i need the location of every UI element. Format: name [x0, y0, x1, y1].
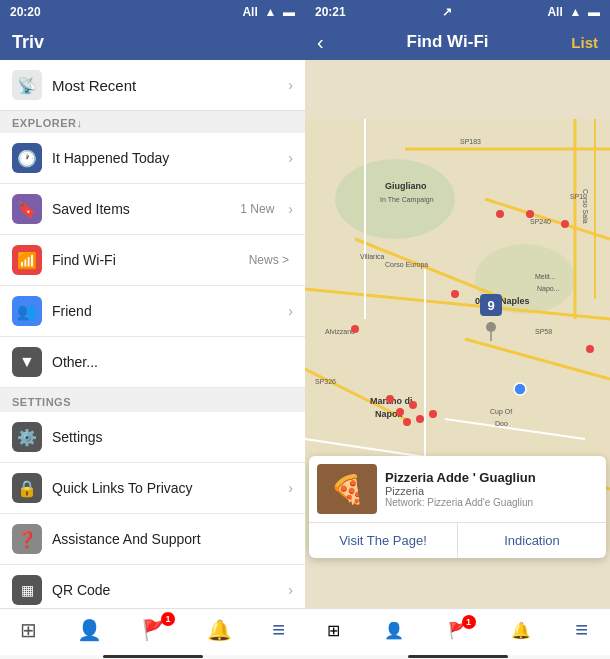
most-recent-icon: 📡	[12, 70, 42, 100]
svg-point-42	[351, 325, 359, 333]
nav-menu-right[interactable]: ≡	[575, 617, 588, 643]
support-label: Assistance And Support	[52, 531, 293, 547]
time-right: 20:21	[315, 5, 346, 19]
menu-item-friend[interactable]: 👥 Friend ›	[0, 286, 305, 337]
it-happened-icon: 🕐	[12, 143, 42, 173]
menu-item-wifi[interactable]: 📶 Find Wi-Fi News >	[0, 235, 305, 286]
svg-text:Villarica: Villarica	[360, 253, 384, 260]
svg-point-49	[586, 345, 594, 353]
status-icons-right: All ▲ ▬	[547, 5, 600, 19]
svg-point-44	[396, 408, 404, 416]
support-icon: ❓	[12, 524, 42, 554]
menu-item-saved[interactable]: 🔖 Saved Items 1 New ›	[0, 184, 305, 235]
info-type: Pizzeria	[385, 485, 536, 497]
map-container[interactable]: SP183 SP240 SP1 SP326 SP58 SP58 Corso Eu…	[305, 60, 610, 608]
it-happened-label: It Happened Today	[52, 150, 278, 166]
nav-home-left[interactable]: ⊞	[20, 618, 37, 642]
explorer-section-header: EXPLORER↓	[0, 111, 305, 133]
svg-point-41	[451, 290, 459, 298]
flag-badge-left: 1	[161, 612, 175, 626]
app-header-left: Triv	[0, 24, 305, 60]
menu-item-support[interactable]: ❓ Assistance And Support	[0, 514, 305, 565]
bottom-nav-right: ⊞ 👤 🚩 1 🔔 ≡	[305, 608, 610, 655]
home-indicator-right	[305, 655, 610, 659]
svg-point-45	[409, 401, 417, 409]
menu-item-other[interactable]: ▼ Other...	[0, 337, 305, 388]
battery-left: ▬	[283, 5, 295, 19]
menu-item-privacy[interactable]: 🔒 Quick Links To Privacy ›	[0, 463, 305, 514]
carrier-left: All	[242, 5, 257, 19]
svg-text:Alvizzano: Alvizzano	[325, 328, 355, 335]
info-name: Pizzeria Adde ' Guagliun	[385, 470, 536, 485]
indication-button[interactable]: Indication	[458, 523, 606, 558]
settings-section-header: SETTINGS	[0, 388, 305, 412]
friend-label: Friend	[52, 303, 278, 319]
back-button[interactable]: ‹	[317, 31, 324, 54]
svg-point-40	[561, 220, 569, 228]
svg-text:Doo: Doo	[495, 420, 508, 427]
info-text: Pizzeria Adde ' Guagliun Pizzeria Networ…	[385, 470, 536, 508]
svg-text:Giugliano: Giugliano	[385, 181, 427, 191]
qr-icon: ▦	[12, 575, 42, 605]
time-left: 20:20	[10, 5, 41, 19]
svg-text:SP58: SP58	[535, 328, 552, 335]
wifi-label: Find Wi-Fi	[52, 252, 239, 268]
privacy-label: Quick Links To Privacy	[52, 480, 278, 496]
saved-label: Saved Items	[52, 201, 230, 217]
svg-text:SP326: SP326	[315, 378, 336, 385]
page-title-right: Find Wi-Fi	[407, 32, 489, 52]
wifi-icon: 📶	[12, 245, 42, 275]
nav-flag-right[interactable]: 🚩 1	[448, 621, 468, 640]
nav-bell-left[interactable]: 🔔	[207, 618, 232, 642]
flag-badge-right: 1	[462, 615, 476, 629]
status-bar-right: 20:21 ↗ All ▲ ▬	[305, 0, 610, 24]
nav-people-left[interactable]: 👤	[77, 618, 102, 642]
app-name-left: Triv	[12, 32, 44, 53]
svg-point-38	[496, 210, 504, 218]
svg-point-47	[416, 415, 424, 423]
svg-text:Napo...: Napo...	[537, 285, 560, 293]
status-bar-left: 20:20 All ▲ ▬	[0, 0, 305, 24]
app-header-right: ‹ Find Wi-Fi List	[305, 24, 610, 60]
svg-text:SP240: SP240	[530, 218, 551, 225]
svg-text:SP1: SP1	[570, 193, 583, 200]
svg-text:Cup Of: Cup Of	[490, 408, 512, 416]
home-indicator-left	[0, 655, 305, 659]
other-icon: ▼	[12, 347, 42, 377]
settings-icon: ⚙️	[12, 422, 42, 452]
svg-text:Corso Sala: Corso Sala	[582, 189, 589, 224]
nav-bell-right[interactable]: 🔔	[511, 621, 531, 640]
menu-item-it-happened[interactable]: 🕐 It Happened Today ›	[0, 133, 305, 184]
info-card: 🍕 Pizzeria Adde ' Guagliun Pizzeria Netw…	[309, 456, 606, 558]
bottom-nav-left: ⊞ 👤 🚩 1 🔔 ≡	[0, 608, 305, 655]
svg-text:Melit...: Melit...	[535, 273, 556, 280]
saved-icon: 🔖	[12, 194, 42, 224]
svg-point-43	[386, 395, 394, 403]
svg-text:Corso Europa: Corso Europa	[385, 261, 428, 269]
wifi-badge: News >	[249, 253, 289, 267]
most-recent-row[interactable]: 📡 Most Recent ›	[0, 60, 305, 111]
svg-text:SP183: SP183	[460, 138, 481, 145]
nav-flag-left[interactable]: 🚩 1	[142, 618, 167, 642]
svg-point-48	[429, 410, 437, 418]
privacy-chevron: ›	[288, 480, 293, 496]
carrier-right: All	[547, 5, 562, 19]
svg-text:In The Campaign: In The Campaign	[380, 196, 434, 204]
menu-item-settings[interactable]: ⚙️ Settings	[0, 412, 305, 463]
visit-page-button[interactable]: Visit The Page!	[309, 523, 458, 558]
qr-label: QR Code	[52, 582, 278, 598]
friend-chevron: ›	[288, 303, 293, 319]
info-network: Network: Pizzeria Add'e Guagliun	[385, 497, 536, 508]
nav-menu-left[interactable]: ≡	[272, 617, 285, 643]
nav-people-right[interactable]: 👤	[384, 621, 404, 640]
status-icons-left: All ▲ ▬	[242, 5, 295, 19]
friend-icon: 👥	[12, 296, 42, 326]
qr-chevron: ›	[288, 582, 293, 598]
nav-home-right[interactable]: ⊞	[327, 621, 340, 640]
svg-point-51	[514, 383, 526, 395]
info-card-top: 🍕 Pizzeria Adde ' Guagliun Pizzeria Netw…	[309, 456, 606, 522]
saved-chevron: ›	[288, 201, 293, 217]
menu-item-qr[interactable]: ▦ QR Code ›	[0, 565, 305, 608]
most-recent-label: Most Recent	[52, 77, 278, 94]
list-button[interactable]: List	[571, 34, 598, 51]
